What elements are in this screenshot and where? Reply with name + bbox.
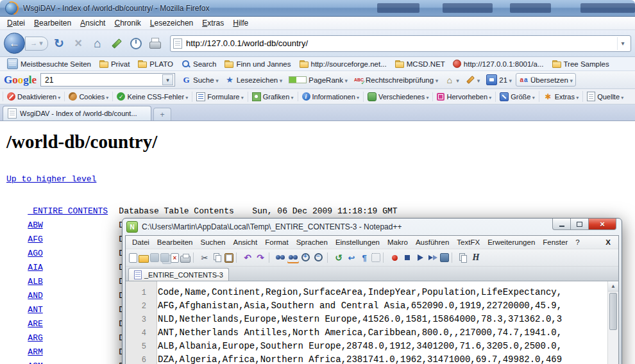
notepad-titlebar[interactable]: C:\Users\Martin\AppData\Local\Temp\_ENTI… bbox=[123, 219, 622, 235]
doc-switch-icon[interactable] bbox=[457, 252, 469, 263]
entry-link[interactable]: AIA bbox=[28, 261, 119, 275]
entry-link[interactable]: ANT bbox=[28, 303, 119, 317]
google-toolbar-button[interactable]: Übersetzen bbox=[516, 73, 576, 87]
close-button[interactable] bbox=[589, 219, 616, 230]
paste-icon[interactable] bbox=[224, 253, 233, 263]
bookmark-item[interactable]: Meistbesuchte Seiten bbox=[4, 58, 94, 70]
notepad-menu-item[interactable]: Ansicht bbox=[230, 238, 262, 247]
notepad-menu-item[interactable]: Sprachen bbox=[292, 238, 332, 247]
forward-button[interactable] bbox=[25, 37, 48, 51]
play-icon[interactable] bbox=[414, 252, 426, 263]
copy-icon[interactable] bbox=[212, 252, 223, 263]
entry-link[interactable]: AGO bbox=[28, 247, 119, 261]
menu-item[interactable]: Extras bbox=[198, 17, 228, 29]
menu-item[interactable]: Lesezeichen bbox=[146, 17, 198, 29]
entry-link[interactable]: AFG bbox=[28, 233, 119, 247]
entry-link[interactable]: ASM bbox=[28, 360, 119, 364]
webdev-menu-button[interactable]: Extras bbox=[539, 91, 582, 102]
notepad-menu-item[interactable]: Einstellungen bbox=[332, 238, 384, 247]
history-clock-button[interactable] bbox=[128, 35, 144, 52]
notepad-menu-item[interactable]: Suchen bbox=[196, 238, 229, 247]
back-button[interactable] bbox=[4, 33, 25, 54]
scroll-up-icon[interactable] bbox=[608, 281, 618, 292]
close-icon[interactable] bbox=[171, 253, 179, 263]
up-to-higher-level-link[interactable]: Up to higher level bbox=[6, 174, 96, 184]
url-dropdown-button[interactable] bbox=[617, 37, 628, 50]
editor-scrollbar[interactable] bbox=[607, 281, 618, 364]
webdev-menu-button[interactable]: Größe bbox=[495, 92, 538, 102]
bookmark-item[interactable]: Tree Samples bbox=[548, 58, 613, 69]
bookmark-item[interactable]: MCSD.NET bbox=[391, 58, 448, 69]
notepad-document-tab[interactable]: _ENTIRE_CONTENTS-3 bbox=[128, 268, 229, 281]
entry-link[interactable]: _ENTIRE_CONTENTS bbox=[28, 204, 119, 219]
minimize-button[interactable] bbox=[552, 219, 571, 230]
notepad-menu-item[interactable]: Format bbox=[261, 238, 292, 247]
open-icon[interactable] bbox=[139, 255, 149, 263]
notepad-menu-item[interactable]: Bearbeiten bbox=[153, 238, 197, 247]
sync-icon[interactable] bbox=[333, 252, 344, 263]
menu-item[interactable]: Bearbeiten bbox=[30, 17, 76, 29]
undo-icon[interactable] bbox=[242, 252, 253, 263]
text-editor[interactable]: 1Code,Name,Continent,Region,SurfaceArea,… bbox=[126, 281, 618, 364]
entry-link[interactable]: ARM bbox=[28, 345, 119, 360]
entry-link[interactable]: AND bbox=[28, 289, 119, 303]
cut-icon[interactable] bbox=[199, 252, 210, 263]
webdev-menu-button[interactable]: Formulare bbox=[192, 92, 247, 102]
bookmark-item[interactable]: Search bbox=[178, 58, 219, 69]
browser-tab[interactable]: WsgiDAV - Index of /world-db/count... bbox=[3, 106, 151, 120]
google-toolbar-button[interactable]: 21 bbox=[484, 73, 514, 87]
compose-button[interactable] bbox=[108, 35, 125, 52]
scrollbar-thumb[interactable] bbox=[609, 293, 617, 330]
guide-icon[interactable] bbox=[371, 253, 380, 262]
record-icon[interactable] bbox=[389, 252, 400, 263]
menu-item[interactable]: Chronik bbox=[110, 17, 145, 29]
home-button[interactable] bbox=[89, 35, 106, 52]
google-toolbar-button[interactable]: PageRank bbox=[286, 75, 350, 85]
webdev-menu-button[interactable]: Deaktivieren bbox=[3, 92, 64, 101]
firefox-titlebar[interactable]: WsgiDAV - Index of /world-db/country/ - … bbox=[0, 0, 635, 17]
google-search-box[interactable]: 21 bbox=[40, 73, 175, 87]
zoom-in-icon[interactable] bbox=[300, 252, 312, 263]
menu-item[interactable]: Ansicht bbox=[76, 17, 110, 29]
notepad-menu-item[interactable]: Erweiterungen bbox=[484, 238, 539, 247]
notepad-menu-x[interactable]: X bbox=[600, 238, 616, 247]
maximize-button[interactable] bbox=[571, 219, 589, 230]
play-all-icon[interactable] bbox=[427, 252, 439, 263]
bookmark-item[interactable]: Privat bbox=[96, 58, 133, 69]
webdev-menu-button[interactable]: Grafiken bbox=[248, 92, 298, 102]
url-bar[interactable]: http://127.0.0.1/world-db/country/ bbox=[170, 35, 631, 52]
notepad-menu-item[interactable]: Makro bbox=[384, 238, 412, 247]
entry-link[interactable]: ARE bbox=[28, 317, 119, 331]
zoom-out-icon[interactable] bbox=[313, 252, 325, 263]
notepad-menu-item[interactable]: Datei bbox=[128, 238, 153, 247]
google-toolbar-button[interactable]: Rechtschreibprüfung bbox=[351, 74, 441, 86]
bookmark-item[interactable]: PLATO bbox=[134, 58, 176, 69]
webdev-menu-button[interactable]: Quellte bbox=[582, 91, 627, 102]
find-icon[interactable] bbox=[275, 252, 286, 263]
webdev-menu-button[interactable]: Verschiedenes bbox=[363, 92, 432, 102]
notepad-menu-item[interactable]: Ausführen bbox=[412, 238, 453, 247]
save-icon[interactable] bbox=[150, 253, 159, 262]
bookmark-item[interactable]: Finn und Jannes bbox=[221, 58, 294, 69]
entry-link[interactable]: ABW bbox=[28, 219, 119, 233]
bookmark-item[interactable]: http://127.0.0.1:8001/a... bbox=[450, 59, 547, 69]
redo-icon[interactable] bbox=[255, 252, 266, 263]
stop-button[interactable] bbox=[70, 35, 87, 52]
webdev-menu-button[interactable]: Informationen bbox=[298, 92, 364, 101]
google-toolbar-button[interactable]: Lesezeichen bbox=[223, 74, 285, 86]
google-search-dropdown-icon[interactable] bbox=[162, 74, 173, 85]
webdev-menu-button[interactable]: Hervorheben bbox=[432, 92, 495, 101]
notepad-menu-item[interactable]: Fenster bbox=[539, 238, 572, 247]
new-icon[interactable] bbox=[129, 253, 137, 263]
save-macro-icon[interactable] bbox=[440, 253, 449, 262]
new-tab-button[interactable] bbox=[153, 108, 171, 120]
hex-icon[interactable] bbox=[470, 252, 482, 263]
save-all-icon[interactable] bbox=[160, 253, 169, 262]
entry-link[interactable]: ALB bbox=[28, 275, 119, 289]
google-toolbar-button[interactable] bbox=[463, 74, 483, 86]
bookmark-item[interactable]: http://sourceforge.net... bbox=[296, 58, 390, 69]
google-toolbar-button[interactable] bbox=[442, 74, 462, 86]
wrap-icon[interactable] bbox=[346, 252, 357, 263]
webdev-menu-button[interactable]: Keine CSS-Fehler bbox=[112, 92, 192, 101]
replace-icon[interactable] bbox=[287, 252, 299, 263]
